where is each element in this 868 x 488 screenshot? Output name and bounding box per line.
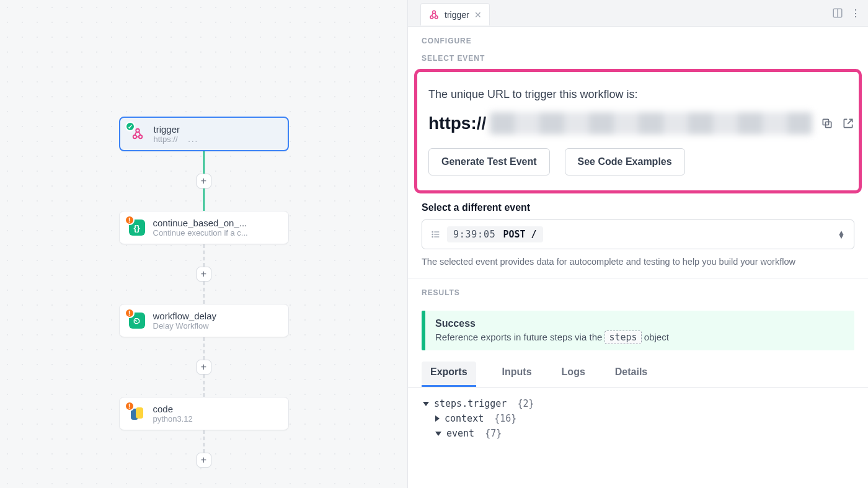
canvas-node-delay[interactable]: ⏲ ! workflow_delay Delay Workflow	[119, 304, 289, 337]
section-results-label: RESULTS	[408, 278, 868, 303]
event-hint-text: The selected event provides data for aut…	[422, 257, 854, 267]
svg-point-14	[432, 234, 433, 234]
tree-row-event[interactable]: event {7}	[414, 426, 862, 441]
tab-exports[interactable]: Exports	[422, 362, 476, 387]
steps-chip: steps	[604, 331, 641, 344]
open-external-icon[interactable]	[842, 117, 854, 130]
copy-icon[interactable]	[821, 117, 833, 130]
node-subtitle: https:// ...	[154, 135, 199, 144]
node-title: trigger	[154, 124, 199, 135]
chevron-updown-icon: ▲▼	[838, 231, 845, 238]
trigger-url: https://	[428, 112, 812, 135]
panel-tab-label: trigger	[445, 10, 469, 20]
add-step-button[interactable]: +	[197, 360, 211, 375]
node-title: code	[153, 404, 193, 414]
url-redacted	[490, 112, 812, 135]
node-title: workflow_delay	[153, 311, 217, 321]
see-code-examples-button[interactable]: See Code Examples	[565, 148, 685, 175]
delay-icon: ⏲ !	[128, 312, 146, 329]
exports-tree: steps.trigger {2} context {16} event {7}	[408, 388, 868, 450]
canvas-node-continue[interactable]: {} ! continue_based_on_... Continue exec…	[119, 211, 289, 244]
chevron-right-icon	[435, 415, 440, 422]
webhook-icon	[129, 125, 146, 143]
tree-row-context[interactable]: context {16}	[414, 411, 862, 426]
connector-line	[203, 189, 205, 211]
config-panel: trigger ✕ ⋮ CONFIGURE SELECT EVENT The u…	[408, 0, 868, 488]
svg-point-15	[432, 236, 433, 237]
event-selector[interactable]: 9:39:05 POST / ▲▼	[422, 220, 854, 249]
tree-row-root[interactable]: steps.trigger {2}	[414, 396, 862, 411]
success-description: Reference exports in future steps via th…	[435, 332, 844, 343]
panel-tab-trigger[interactable]: trigger ✕	[420, 3, 490, 25]
canvas-node-trigger[interactable]: trigger https:// ...	[119, 117, 289, 151]
connector-line	[203, 282, 205, 304]
filter-icon: {} !	[128, 219, 146, 236]
list-icon	[431, 229, 441, 239]
tab-inputs[interactable]: Inputs	[498, 362, 536, 387]
panel-layout-icon[interactable]	[832, 7, 843, 19]
add-step-button[interactable]: +	[197, 267, 211, 282]
canvas-node-code[interactable]: ! code python3.12	[119, 397, 289, 430]
url-intro-text: The unique URL to trigger this workflow …	[428, 88, 848, 101]
more-icon[interactable]: ⋮	[851, 7, 861, 19]
generate-test-event-button[interactable]: Generate Test Event	[428, 148, 550, 175]
event-method: POST /	[503, 229, 536, 240]
node-title: continue_based_on_...	[153, 218, 248, 228]
close-icon[interactable]: ✕	[474, 10, 482, 20]
selected-event-pill: 9:39:05 POST /	[447, 226, 543, 242]
status-warn-badge: !	[125, 308, 135, 318]
python-icon: !	[128, 405, 146, 422]
connector-line	[203, 430, 205, 453]
tab-logs[interactable]: Logs	[558, 362, 589, 387]
panel-tabbar: trigger ✕ ⋮	[408, 0, 868, 27]
success-banner: Success Reference exports in future step…	[422, 311, 854, 350]
add-step-button[interactable]: +	[197, 174, 211, 189]
trigger-url-highlight: The unique URL to trigger this workflow …	[414, 69, 862, 193]
tab-details[interactable]: Details	[611, 362, 651, 387]
connector-line	[203, 244, 205, 267]
chevron-down-icon	[435, 432, 441, 436]
section-select-event-label: SELECT EVENT	[408, 51, 868, 69]
event-time: 9:39:05	[453, 229, 495, 240]
add-step-button[interactable]: +	[197, 453, 211, 468]
workflow-canvas[interactable]: trigger https:// ... + {} ! continue_bas…	[0, 0, 408, 488]
svg-point-13	[432, 231, 433, 232]
connector-line	[203, 375, 205, 397]
results-tabs: Exports Inputs Logs Details	[408, 350, 868, 388]
node-subtitle: python3.12	[153, 414, 193, 424]
success-title: Success	[435, 318, 844, 329]
chevron-down-icon	[423, 402, 429, 406]
status-ok-badge	[125, 122, 135, 131]
connector-line	[203, 151, 205, 174]
status-warn-badge: !	[125, 401, 135, 411]
node-subtitle: Continue execution if a c...	[153, 228, 248, 237]
node-subtitle: Delay Workflow	[153, 321, 217, 331]
select-different-event-heading: Select a different event	[422, 202, 854, 213]
connector-line	[203, 337, 205, 360]
status-warn-badge: !	[125, 215, 135, 225]
section-configure-label: CONFIGURE	[408, 27, 868, 51]
